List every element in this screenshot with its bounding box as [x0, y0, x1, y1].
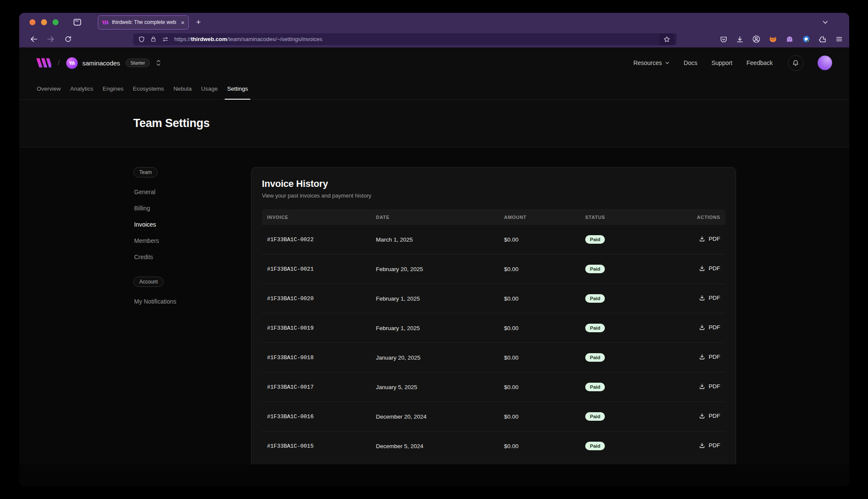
col-amount: AMOUNT	[499, 209, 580, 225]
status-badge: Paid	[585, 353, 605, 362]
connection-lock-icon[interactable]	[150, 36, 156, 42]
invoice-actions: PDF	[683, 284, 725, 313]
settings-sidebar: Team General Billing Invoices Members Cr…	[133, 167, 239, 464]
download-icon	[699, 324, 705, 331]
page-tab[interactable]: Analytics	[65, 78, 98, 99]
zoom-window-button[interactable]	[53, 19, 59, 25]
plan-badge: Starter	[126, 59, 150, 67]
page-tab[interactable]: Overview	[32, 78, 65, 99]
browser-toolbar: https://thirdweb.com/team/saminacodes/~/…	[19, 32, 849, 47]
invoice-number: #1F33BA1C-0015	[262, 431, 371, 461]
header-nav: Resources Docs Support Feedback	[633, 55, 832, 71]
download-pdf-button[interactable]: PDF	[699, 383, 720, 390]
forward-button[interactable]	[47, 35, 55, 43]
invoice-amount: $0.00	[499, 372, 580, 402]
invoice-row: #1F33BA1C-0018 January 20, 2025 $0.00 Pa…	[262, 343, 725, 372]
page-heading-band: Team Settings	[19, 100, 849, 148]
notifications-bell-icon[interactable]	[788, 55, 803, 71]
header-link[interactable]: Feedback	[747, 59, 773, 66]
extensions-puzzle-icon[interactable]	[819, 35, 827, 43]
fox-extension-icon[interactable]	[769, 35, 777, 43]
invoice-row: #1F33BA1C-0021 February 20, 2025 $0.00 P…	[262, 254, 725, 284]
sidebar-item[interactable]: Credits	[133, 249, 239, 265]
sidebar-item[interactable]: Billing	[133, 200, 239, 216]
user-avatar[interactable]	[818, 56, 832, 70]
invoice-number: #1F33BA1C-0019	[262, 313, 371, 343]
download-icon	[699, 442, 705, 449]
invoice-amount: $0.00	[499, 284, 580, 313]
invoice-date: February 1, 2025	[371, 313, 499, 343]
new-tab-button[interactable]: +	[196, 18, 201, 27]
toolbar-extension-area	[720, 35, 843, 43]
tab-close-icon[interactable]: ×	[180, 19, 185, 26]
minimize-window-button[interactable]	[41, 19, 47, 25]
back-button[interactable]	[29, 35, 38, 43]
blue-extension-icon[interactable]	[802, 35, 810, 43]
page-tab[interactable]: Usage	[196, 78, 223, 99]
sidebar-section-badge-account: Account	[133, 277, 164, 287]
invoice-actions: PDF	[683, 372, 725, 402]
invoice-status: Paid	[580, 343, 683, 372]
settings-content: Team General Billing Invoices Members Cr…	[19, 148, 849, 464]
status-badge: Paid	[585, 442, 605, 450]
invoice-row: #1F33BA1C-0016 December 20, 2024 $0.00 P…	[262, 402, 725, 431]
invoice-status: Paid	[580, 372, 683, 402]
pocket-icon[interactable]	[720, 35, 727, 43]
sidebar-item[interactable]: Members	[133, 233, 239, 249]
sidebar-item[interactable]: General	[133, 184, 239, 200]
team-switcher-chevrons-icon[interactable]	[155, 59, 161, 67]
account-icon[interactable]	[752, 35, 760, 43]
page-tab[interactable]: Engines	[98, 78, 128, 99]
team-name[interactable]: saminacodes	[82, 59, 120, 67]
list-all-tabs-chevron-icon[interactable]	[822, 19, 829, 26]
download-pdf-button[interactable]: PDF	[699, 413, 720, 419]
invoice-status: Paid	[580, 254, 683, 284]
page-tab[interactable]: Settings	[223, 78, 253, 99]
download-pdf-button[interactable]: PDF	[699, 265, 720, 272]
status-badge: Paid	[585, 383, 605, 391]
header-links: Docs Support Feedback	[684, 59, 773, 66]
downloads-icon[interactable]	[736, 35, 744, 43]
download-icon	[699, 383, 705, 390]
browser-tab[interactable]: thirdweb: The complete web3 de ×	[98, 15, 189, 30]
invoice-number: #1F33BA1C-0022	[262, 225, 371, 254]
permissions-icon[interactable]	[162, 36, 169, 42]
firefox-view-icon[interactable]	[73, 18, 82, 27]
menu-hamburger-icon[interactable]	[835, 35, 843, 43]
invoice-history-card: Invoice History View your past invoices …	[251, 167, 736, 464]
address-bar[interactable]: https://thirdweb.com/team/saminacodes/~/…	[133, 33, 677, 45]
invoice-status: Paid	[580, 313, 683, 343]
download-pdf-button[interactable]: PDF	[699, 354, 720, 360]
sidebar-item[interactable]: Invoices	[133, 216, 239, 233]
download-pdf-button[interactable]: PDF	[699, 236, 720, 242]
sidebar-team-list: General Billing Invoices Members Credits	[133, 184, 239, 265]
thirdweb-logo-icon[interactable]	[36, 58, 51, 68]
table-header-row: INVOICE DATE AMOUNT STATUS ACTIONS	[262, 209, 725, 225]
pdf-label: PDF	[709, 354, 720, 360]
window-controls	[29, 19, 59, 25]
invoice-number: #1F33BA1C-0021	[262, 254, 371, 284]
close-window-button[interactable]	[29, 19, 35, 25]
page-tab[interactable]: Ecosystems	[128, 78, 169, 99]
reload-button[interactable]	[65, 35, 72, 43]
download-pdf-button[interactable]: PDF	[699, 295, 720, 301]
sidebar-item[interactable]: My Notifications	[133, 293, 239, 310]
invoice-amount: $0.00	[499, 402, 580, 431]
pdf-label: PDF	[709, 383, 720, 390]
ghost-extension-icon[interactable]	[786, 35, 794, 43]
invoice-status: Paid	[580, 431, 683, 461]
page-tab[interactable]: Nebula	[169, 78, 196, 99]
team-avatar[interactable]	[66, 57, 78, 69]
invoice-actions: PDF	[683, 402, 725, 431]
resources-menu[interactable]: Resources	[633, 59, 670, 66]
page-tab-nav: Overview Analytics Engines Ecosystems Ne…	[19, 78, 849, 100]
invoice-number: #1F33BA1C-0018	[262, 343, 371, 372]
bookmark-star-icon[interactable]	[660, 33, 674, 45]
download-pdf-button[interactable]: PDF	[699, 442, 720, 449]
header-link[interactable]: Support	[711, 59, 732, 66]
download-pdf-button[interactable]: PDF	[699, 324, 720, 331]
header-link[interactable]: Docs	[684, 59, 698, 66]
invoice-amount: $0.00	[499, 254, 580, 284]
tracking-protection-shield-icon[interactable]	[138, 36, 145, 43]
browser-window: thirdweb: The complete web3 de × +	[19, 13, 849, 486]
